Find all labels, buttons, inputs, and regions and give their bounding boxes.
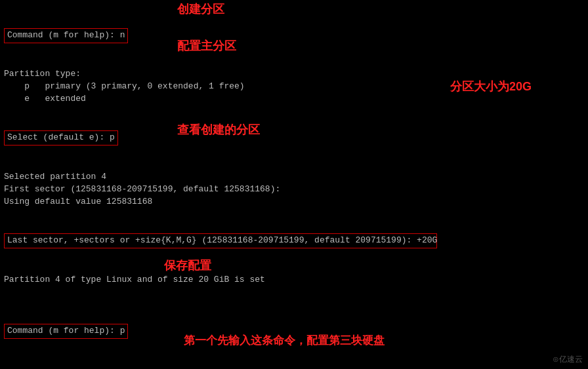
terminal-window: Command (m for help): n 创建分区 Partition t…: [0, 0, 588, 369]
annotation-create-partition: 创建分区: [177, 1, 224, 17]
line-cmd3: Command (m for help): p: [4, 298, 584, 364]
watermark: ⊙亿速云: [553, 354, 583, 365]
line-using-default: Using default value 125831168: [4, 196, 584, 208]
line-blank1: [4, 286, 584, 299]
line-extended: e extended: [4, 93, 584, 106]
annotation-first-cmd: 第一个先输入这条命令，配置第三块硬盘: [184, 333, 385, 348]
line-cmd2: Select (default e): p: [4, 106, 584, 171]
annotation-config-primary: 配置主分区: [177, 38, 236, 54]
line-selected: Selected partition 4: [4, 171, 584, 184]
cmd-box-2: Select (default e): p: [4, 130, 118, 146]
line-cmd1: Command (m for help): n: [4, 3, 584, 68]
annotation-save-config: 保存配置: [164, 258, 211, 273]
annotation-size-20g: 分区大小为20G: [450, 79, 532, 94]
line-blank2: [4, 364, 584, 369]
cmd-box-1: Command (m for help): n: [4, 28, 128, 43]
line-part-set: Partition 4 of type Linux and of size 20…: [4, 274, 584, 286]
line-last-sector: Last sector, +sectors or +size{K,M,G} (1…: [4, 208, 584, 274]
line-first-sector: First sector (125831168-209715199, defau…: [4, 184, 584, 196]
annotation-view-partition: 查看创建的分区: [177, 122, 260, 138]
cmd-box-4: Command (m for help): p: [4, 324, 128, 339]
cmd-box-3: Last sector, +sectors or +size{K,M,G} (1…: [4, 233, 437, 248]
